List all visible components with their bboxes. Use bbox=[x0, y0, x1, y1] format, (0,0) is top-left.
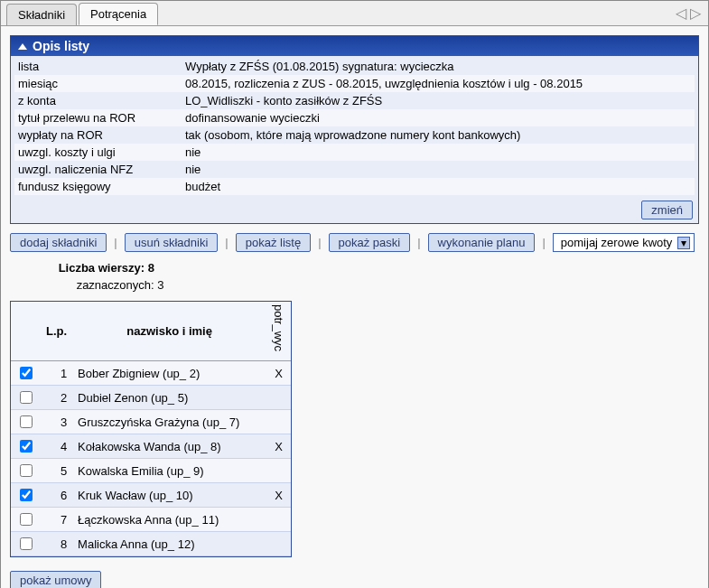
row-mark bbox=[266, 410, 291, 434]
kv-label: uwzgl. naliczenia NFZ bbox=[18, 163, 185, 176]
row-mark bbox=[266, 532, 291, 556]
row-lp: 3 bbox=[41, 410, 72, 434]
row-checkbox-cell bbox=[11, 410, 41, 434]
row-checkbox[interactable] bbox=[20, 367, 33, 379]
row-name: Kowalska Emilia (up_ 9) bbox=[72, 459, 266, 483]
panel-body: listaWypłaty z ZFŚS (01.08.2015) sygnatu… bbox=[11, 56, 698, 197]
pokaz-paski-button[interactable]: pokaż paski bbox=[329, 233, 411, 252]
kv-row: wypłaty na RORtak (osobom, które mają wp… bbox=[14, 126, 695, 144]
kv-value: 08.2015, rozliczenia z ZUS - 08.2015, uw… bbox=[185, 77, 691, 90]
kv-value: tak (osobom, które mają wprowadzone nume… bbox=[185, 128, 691, 142]
row-checkbox[interactable] bbox=[20, 537, 33, 550]
pokaz-umowy-button[interactable]: pokaż umowy bbox=[10, 571, 101, 588]
tab-potracenia[interactable]: Potrącenia bbox=[79, 3, 158, 25]
row-checkbox[interactable] bbox=[20, 415, 33, 428]
kv-label: miesiąc bbox=[18, 77, 185, 90]
row-checkbox-cell bbox=[11, 508, 41, 532]
dodaj-skladniki-button[interactable]: dodaj składniki bbox=[10, 233, 107, 252]
summary-block: Liczba wierszy: 8 zaznaczonych: 3 bbox=[28, 259, 699, 294]
filter-select-value: pomijaj zerowe kwoty bbox=[561, 236, 673, 249]
toolbar: dodaj składniki | usuń składniki | pokaż… bbox=[10, 233, 699, 252]
row-name: Malicka Anna (up_ 12) bbox=[72, 532, 266, 556]
row-checkbox-cell bbox=[11, 459, 41, 483]
tab-bar: Składniki Potrącenia ◁ ▷ bbox=[1, 1, 708, 26]
row-checkbox[interactable] bbox=[20, 464, 33, 477]
summary-rows-value: 8 bbox=[148, 261, 154, 275]
usun-skladniki-button[interactable]: usuń składniki bbox=[125, 233, 219, 252]
panel-footer: zmień bbox=[11, 197, 698, 223]
wykonanie-planu-button[interactable]: wykonanie planu bbox=[428, 233, 536, 252]
row-lp: 4 bbox=[41, 434, 72, 459]
kv-label: tytuł przelewu na ROR bbox=[18, 111, 185, 125]
row-checkbox-cell bbox=[11, 361, 41, 386]
opis-listy-panel: Opis listy listaWypłaty z ZFŚS (01.08.20… bbox=[10, 35, 699, 224]
zmien-button[interactable]: zmień bbox=[641, 201, 693, 219]
row-name: Bober Zbigniew (up_ 2) bbox=[72, 361, 266, 386]
kv-label: lista bbox=[18, 60, 185, 73]
kv-row: uwzgl. koszty i ulginie bbox=[14, 144, 695, 161]
separator: | bbox=[114, 236, 117, 249]
kv-value: nie bbox=[185, 163, 691, 176]
row-lp: 7 bbox=[41, 508, 72, 532]
app-window: Składniki Potrącenia ◁ ▷ Opis listy list… bbox=[0, 0, 709, 588]
summary-selected-label: zaznaczonych: bbox=[77, 278, 154, 292]
pokaz-liste-button[interactable]: pokaż listę bbox=[236, 233, 311, 252]
row-name: Kołakowska Wanda (up_ 8) bbox=[72, 434, 266, 459]
col-potr-wyc: potr_wyc bbox=[266, 302, 291, 361]
row-checkbox-cell bbox=[11, 532, 41, 556]
collapse-icon bbox=[18, 43, 27, 50]
kv-row: miesiąc08.2015, rozliczenia z ZUS - 08.2… bbox=[14, 75, 695, 92]
row-mark bbox=[266, 459, 291, 483]
row-lp: 6 bbox=[41, 483, 72, 508]
summary-rows-label: Liczba wierszy: bbox=[59, 261, 145, 275]
row-checkbox[interactable] bbox=[20, 391, 33, 404]
data-table-wrap: L.p. nazwisko i imię potr_wyc 1Bober Zbi… bbox=[10, 301, 292, 557]
kv-row: uwzgl. naliczenia NFZnie bbox=[14, 161, 695, 178]
table-row[interactable]: 5Kowalska Emilia (up_ 9) bbox=[11, 459, 291, 483]
row-checkbox-cell bbox=[11, 483, 41, 508]
data-table: L.p. nazwisko i imię potr_wyc 1Bober Zbi… bbox=[11, 302, 291, 556]
kv-label: fundusz księgowy bbox=[18, 180, 185, 193]
kv-value: budżet bbox=[185, 180, 691, 193]
row-checkbox[interactable] bbox=[20, 440, 33, 453]
chevron-down-icon: ▾ bbox=[677, 237, 690, 249]
table-row[interactable]: 6Kruk Wacław (up_ 10)X bbox=[11, 483, 291, 508]
row-name: Kruk Wacław (up_ 10) bbox=[72, 483, 266, 508]
table-row[interactable]: 8Malicka Anna (up_ 12) bbox=[11, 532, 291, 556]
panel-header[interactable]: Opis listy bbox=[11, 36, 698, 56]
tab-scroll-left-icon[interactable]: ◁ bbox=[674, 5, 688, 22]
kv-value: Wypłaty z ZFŚS (01.08.2015) sygnatura: w… bbox=[185, 60, 691, 73]
kv-label: wypłaty na ROR bbox=[18, 128, 185, 142]
separator: | bbox=[417, 236, 420, 249]
table-row[interactable]: 2Dubiel Zenon (up_ 5) bbox=[11, 386, 291, 410]
panel-title: Opis listy bbox=[33, 39, 89, 53]
summary-rowcount: Liczba wierszy: 8 bbox=[28, 259, 699, 276]
kv-value: dofinansowanie wycieczki bbox=[185, 111, 691, 125]
kv-label: uwzgl. koszty i ulgi bbox=[18, 145, 185, 159]
row-lp: 8 bbox=[41, 532, 72, 556]
kv-row: z kontaLO_Widliszki - konto zasiłków z Z… bbox=[14, 92, 695, 109]
kv-row: fundusz księgowybudżet bbox=[14, 178, 695, 195]
tab-skladniki[interactable]: Składniki bbox=[6, 4, 77, 25]
table-row[interactable]: 4Kołakowska Wanda (up_ 8)X bbox=[11, 434, 291, 459]
tab-scroll-right-icon[interactable]: ▷ bbox=[688, 5, 703, 22]
table-row[interactable]: 7Łączkowska Anna (up_ 11) bbox=[11, 508, 291, 532]
summary-selected-value: 3 bbox=[157, 278, 163, 292]
row-mark bbox=[266, 508, 291, 532]
content-area: Opis listy listaWypłaty z ZFŚS (01.08.20… bbox=[1, 26, 708, 588]
row-checkbox[interactable] bbox=[20, 513, 33, 526]
filter-select[interactable]: pomijaj zerowe kwoty ▾ bbox=[553, 233, 695, 252]
tab-scroll-arrows: ◁ ▷ bbox=[674, 5, 703, 22]
row-checkbox[interactable] bbox=[20, 489, 33, 501]
separator: | bbox=[318, 236, 321, 249]
row-mark: X bbox=[266, 361, 291, 386]
separator: | bbox=[542, 236, 545, 249]
table-row[interactable]: 3Gruszczyńska Grażyna (up_ 7) bbox=[11, 410, 291, 434]
table-row[interactable]: 1Bober Zbigniew (up_ 2)X bbox=[11, 361, 291, 386]
row-lp: 1 bbox=[41, 361, 72, 386]
kv-row: tytuł przelewu na RORdofinansowanie wyci… bbox=[14, 109, 695, 126]
col-lp: L.p. bbox=[41, 302, 72, 361]
row-mark: X bbox=[266, 483, 291, 508]
row-name: Łączkowska Anna (up_ 11) bbox=[72, 508, 266, 532]
separator: | bbox=[225, 236, 228, 249]
